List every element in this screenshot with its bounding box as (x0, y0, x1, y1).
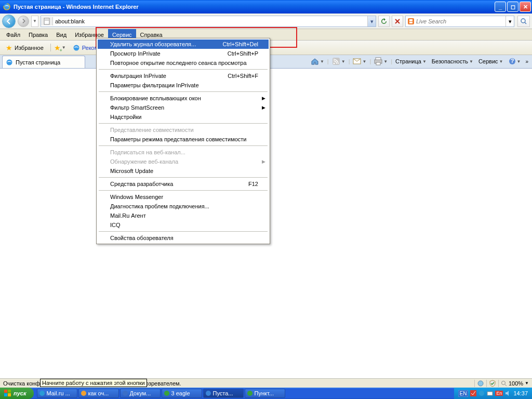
nav-history-dropdown[interactable]: ▼ (31, 16, 38, 27)
menu-item[interactable]: Параметры фильтрации InPrivate (98, 81, 269, 90)
chevrons-icon[interactable]: » (524, 59, 530, 64)
svg-rect-6 (409, 19, 413, 21)
svg-rect-33 (487, 392, 493, 395)
home-button[interactable]: ▼ (309, 56, 326, 66)
nav-bar: ▼ ▾ ▾ (0, 14, 532, 29)
menu-item: Представление совместимости (98, 125, 269, 135)
stop-button[interactable] (392, 16, 403, 27)
taskbar: пуск Mail.ru ...как оч...Докум...3 eagle… (0, 388, 532, 399)
menu-item[interactable]: Windows Messenger (98, 192, 269, 202)
language-indicator[interactable]: EN (458, 390, 469, 397)
menu-file[interactable]: Файл (2, 29, 24, 40)
tray-icon[interactable] (470, 390, 476, 396)
menu-item[interactable]: Фильтр SmartScreen▶ (98, 103, 269, 112)
search-dropdown[interactable]: ▾ (506, 16, 514, 26)
svg-text:?: ? (510, 58, 514, 64)
clock[interactable]: 14:37 (513, 390, 528, 396)
address-dropdown[interactable]: ▾ (367, 16, 376, 26)
zoom-level[interactable]: 100% ▼ (501, 380, 529, 387)
svg-rect-7 (409, 22, 413, 23)
ie-icon (6, 59, 13, 66)
start-button[interactable]: пуск (0, 388, 34, 399)
favorites-label: Избранное (15, 45, 44, 51)
svg-point-19 (478, 381, 483, 386)
svg-point-32 (479, 391, 484, 396)
taskbar-task[interactable]: 3 eagle (162, 389, 202, 398)
taskbar-task[interactable]: Пуста... (203, 389, 244, 398)
menu-item[interactable]: Фильтрация InPrivateCtrl+Shift+F (98, 71, 269, 81)
search-go-button[interactable] (517, 16, 530, 27)
search-box[interactable]: ▾ (405, 16, 514, 27)
refresh-button[interactable] (378, 16, 390, 27)
tray-volume-icon[interactable] (505, 390, 511, 396)
feeds-button[interactable]: ▼ (330, 56, 348, 66)
print-button[interactable]: ▼ (372, 56, 390, 66)
safety-menu[interactable]: Безопасность▼ (430, 57, 475, 65)
taskbar-tasks: Mail.ru ...как оч...Докум...3 eagleПуста… (37, 389, 285, 398)
protected-mode-icon (489, 380, 496, 387)
menu-item[interactable]: Microsoft Update (98, 166, 269, 176)
favorites-add-group[interactable]: ★+ ▼ (54, 44, 66, 52)
taskbar-task[interactable]: Mail.ru ... (37, 389, 77, 398)
maximize-button[interactable]: ◻ (507, 2, 518, 12)
favorites-button[interactable]: ★ Избранное (2, 42, 47, 54)
star-icon: ★ (6, 44, 12, 52)
svg-point-30 (247, 391, 252, 396)
svg-rect-16 (376, 62, 380, 65)
menu-item[interactable]: ICQ (98, 220, 269, 230)
close-button[interactable]: ✕ (520, 2, 531, 12)
menu-item[interactable]: Свойства обозревателя (98, 233, 269, 243)
command-bar: ▼ | ▼ | ▼ | ▼ | Страница▼ Безопасность▼ … (309, 56, 530, 66)
menu-item[interactable]: Повторное открытие последнего сеанса про… (98, 58, 269, 68)
page-icon (41, 17, 53, 25)
tools-dropdown-menu: Удалить журнал обозревателя...Ctrl+Shift… (96, 38, 270, 244)
minimize-button[interactable]: _ (495, 2, 506, 12)
internet-zone-icon (477, 380, 484, 387)
url-input[interactable] (53, 16, 367, 26)
menu-item: Подписаться на веб-канал... (98, 148, 269, 157)
back-button[interactable] (2, 15, 16, 28)
taskbar-task[interactable]: Пункт... (245, 389, 285, 398)
svg-rect-23 (4, 393, 7, 396)
menu-edit[interactable]: Правка (24, 29, 52, 40)
mail-button[interactable]: ▼ (351, 56, 368, 66)
svg-point-25 (39, 391, 45, 396)
address-bar[interactable]: ▾ (41, 16, 376, 27)
window-title: Пустая страница - Windows Internet Explo… (14, 4, 139, 10)
menu-item[interactable]: Диагностика проблем подключения... (98, 202, 269, 211)
svg-rect-31 (470, 390, 476, 396)
menu-item[interactable]: Блокирование всплывающих окон▶ (98, 94, 269, 103)
browser-tab[interactable]: Пустая страница (2, 56, 85, 68)
svg-rect-21 (4, 390, 7, 393)
svg-point-26 (81, 391, 86, 396)
forward-button[interactable] (18, 16, 29, 27)
ie-icon (3, 3, 11, 11)
tray-lang-ext[interactable]: En (495, 391, 503, 396)
tray-icon[interactable] (487, 390, 493, 396)
svg-rect-2 (44, 18, 49, 24)
help-button[interactable]: ?▼ (507, 57, 523, 66)
tools-menu[interactable]: Сервис▼ (476, 57, 506, 65)
menu-item[interactable]: Надстройки (98, 112, 269, 122)
menu-item[interactable]: Mail.Ru Агент (98, 211, 269, 220)
svg-rect-24 (8, 393, 11, 396)
menu-item[interactable]: Просмотр InPrivateCtrl+Shift+P (98, 49, 269, 58)
page-menu[interactable]: Страница▼ (393, 57, 429, 65)
tray-icon[interactable] (478, 390, 485, 396)
menu-item[interactable]: Удалить журнал обозревателя...Ctrl+Shift… (98, 39, 269, 49)
svg-rect-4 (45, 20, 49, 21)
svg-point-12 (333, 63, 335, 64)
search-input[interactable] (416, 18, 506, 24)
taskbar-task[interactable]: Докум... (120, 389, 161, 398)
svg-rect-3 (45, 19, 49, 20)
menu-view[interactable]: Вид (52, 29, 71, 40)
menu-item[interactable]: Параметры режима представления совместим… (98, 135, 269, 144)
taskbar-task[interactable]: как оч... (78, 389, 119, 398)
svg-point-8 (521, 19, 525, 23)
menu-item: Обнаружение веб-канала▶ (98, 157, 269, 166)
status-text-left: Очистка конфи (0, 380, 44, 387)
svg-point-9 (73, 45, 79, 50)
menu-item[interactable]: Средства разработчикаF12 (98, 179, 269, 189)
window-titlebar: Пустая страница - Windows Internet Explo… (0, 0, 532, 14)
system-tray: EN En 14:37 (454, 388, 532, 399)
